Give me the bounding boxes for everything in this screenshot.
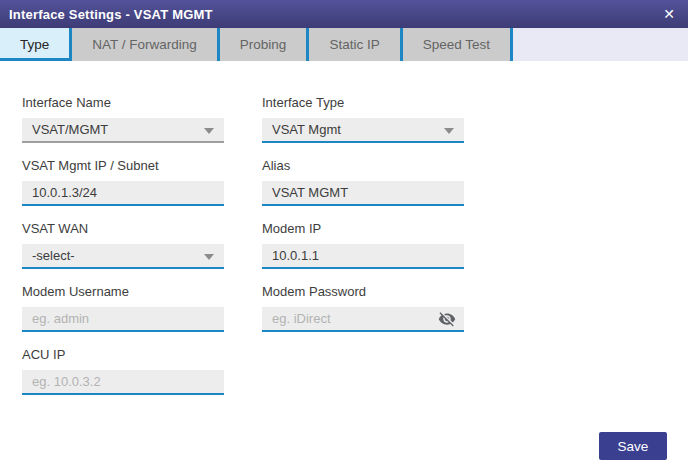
field-interface-type: Interface Type VSAT Mgmt — [262, 95, 464, 143]
tab-probing[interactable]: Probing — [220, 28, 310, 61]
modem-password-label: Modem Password — [262, 284, 464, 299]
interface-type-value: VSAT Mgmt — [272, 122, 341, 137]
field-alias: Alias — [262, 158, 464, 206]
tab-type[interactable]: Type — [0, 28, 72, 61]
form-row: Interface Name VSAT/MGMT Interface Type … — [22, 95, 688, 143]
vsat-wan-label: VSAT WAN — [22, 221, 224, 236]
form-content: Interface Name VSAT/MGMT Interface Type … — [0, 61, 688, 395]
close-icon[interactable]: ✕ — [659, 4, 679, 24]
interface-name-label: Interface Name — [22, 95, 224, 110]
field-acu-ip: ACU IP — [22, 347, 224, 395]
modem-ip-field — [262, 244, 464, 269]
acu-ip-input[interactable] — [32, 374, 214, 389]
alias-input[interactable] — [272, 185, 454, 200]
field-vsat-mgmt-ip: VSAT Mgmt IP / Subnet — [22, 158, 224, 206]
modem-ip-input[interactable] — [272, 248, 454, 263]
interface-settings-dialog: Interface Settings - VSAT MGMT ✕ Type NA… — [0, 0, 688, 467]
dialog-title: Interface Settings - VSAT MGMT — [9, 7, 213, 22]
vsat-mgmt-ip-label: VSAT Mgmt IP / Subnet — [22, 158, 224, 173]
vsat-wan-select[interactable]: -select- — [22, 244, 224, 269]
interface-type-select[interactable]: VSAT Mgmt — [262, 118, 464, 143]
modem-password-input[interactable] — [272, 311, 454, 326]
modem-password-field — [262, 307, 464, 332]
vsat-mgmt-ip-input[interactable] — [32, 185, 214, 200]
chevron-down-icon — [204, 128, 214, 134]
form-row: VSAT WAN -select- Modem IP — [22, 221, 688, 269]
acu-ip-label: ACU IP — [22, 347, 224, 362]
vsat-wan-value: -select- — [32, 248, 75, 263]
field-modem-username: Modem Username — [22, 284, 224, 332]
field-modem-password: Modem Password — [262, 284, 464, 332]
field-modem-ip: Modem IP — [262, 221, 464, 269]
tab-bar: Type NAT / Forwarding Probing Static IP … — [0, 28, 688, 61]
alias-field — [262, 181, 464, 206]
save-button[interactable]: Save — [599, 432, 667, 460]
modem-username-field — [22, 307, 224, 332]
interface-name-value: VSAT/MGMT — [32, 122, 108, 137]
interface-type-label: Interface Type — [262, 95, 464, 110]
form-row: Modem Username Modem Password — [22, 284, 688, 332]
field-interface-name: Interface Name VSAT/MGMT — [22, 95, 224, 143]
dialog-titlebar: Interface Settings - VSAT MGMT ✕ — [0, 0, 688, 28]
field-vsat-wan: VSAT WAN -select- — [22, 221, 224, 269]
eye-slash-icon[interactable] — [438, 310, 456, 328]
form-row: ACU IP — [22, 347, 688, 395]
interface-name-select[interactable]: VSAT/MGMT — [22, 118, 224, 143]
chevron-down-icon — [444, 128, 454, 134]
empty-cell — [262, 347, 464, 395]
chevron-down-icon — [204, 254, 214, 260]
vsat-mgmt-ip-field — [22, 181, 224, 206]
modem-username-input[interactable] — [32, 311, 214, 326]
tab-speed-test[interactable]: Speed Test — [403, 28, 513, 61]
tab-static-ip[interactable]: Static IP — [309, 28, 402, 61]
form-row: VSAT Mgmt IP / Subnet Alias — [22, 158, 688, 206]
tab-nat-forwarding[interactable]: NAT / Forwarding — [72, 28, 220, 61]
modem-ip-label: Modem IP — [262, 221, 464, 236]
alias-label: Alias — [262, 158, 464, 173]
modem-username-label: Modem Username — [22, 284, 224, 299]
acu-ip-field — [22, 370, 224, 395]
